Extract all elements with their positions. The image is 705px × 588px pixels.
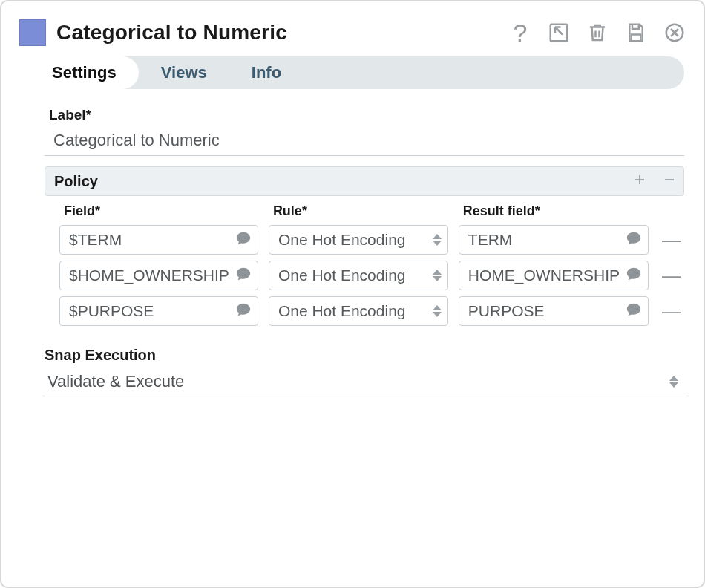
comment-icon[interactable] (626, 266, 642, 285)
policy-row-remove-0[interactable]: — (659, 229, 684, 252)
snap-execution-value: Validate & Execute (47, 372, 184, 391)
policy-result-input-2[interactable]: PURPOSE (459, 296, 649, 326)
snap-color-swatch (19, 19, 46, 46)
form-body: Label* Categorical to Numeric Policy Fie… (18, 89, 689, 396)
policy-rule-select-1[interactable]: One Hot Encoding (269, 261, 448, 290)
close-icon[interactable] (663, 22, 686, 44)
policy-field-value-1: $HOME_OWNERSHIP (69, 267, 229, 284)
export-icon[interactable] (548, 22, 570, 44)
help-icon[interactable]: ? (509, 22, 531, 44)
policy-result-value-2: PURPOSE (468, 302, 620, 320)
policy-grid: Field* Rule* Result field* $TERM One Hot… (45, 203, 684, 326)
comment-icon[interactable] (235, 266, 252, 285)
dialog: Categorical to Numeric ? Settings Views … (0, 0, 705, 588)
label-input-value: Categorical to Numeric (53, 131, 656, 150)
policy-rule-select-2[interactable]: One Hot Encoding (269, 296, 448, 326)
label-input[interactable]: Categorical to Numeric (45, 125, 684, 156)
policy-add-icon[interactable] (633, 173, 646, 189)
policy-rule-value-2: One Hot Encoding (278, 302, 419, 320)
policy-col-rule-label: Rule* (269, 203, 448, 219)
label-field-label: Label* (49, 107, 684, 123)
policy-section-title: Policy (54, 173, 98, 190)
policy-rule-select-0[interactable]: One Hot Encoding (269, 225, 448, 255)
chevron-updown-icon (433, 270, 442, 281)
comment-icon[interactable] (626, 230, 642, 249)
tab-info[interactable]: Info (229, 56, 304, 89)
policy-col-result-label: Result field* (459, 203, 649, 219)
chevron-updown-icon (433, 305, 442, 317)
trash-icon[interactable] (586, 22, 609, 44)
comment-icon[interactable] (626, 301, 642, 321)
policy-row-remove-1[interactable]: — (659, 264, 684, 287)
tab-bar: Settings Views Info (37, 56, 684, 89)
snap-execution-label: Snap Execution (45, 347, 684, 364)
chevron-updown-icon (669, 376, 678, 388)
policy-result-value-0: TERM (468, 231, 620, 249)
policy-section-header: Policy (45, 166, 684, 196)
comment-icon[interactable] (235, 230, 252, 249)
policy-row-remove-2[interactable]: — (659, 300, 684, 323)
policy-field-value-0: $TERM (69, 231, 229, 249)
policy-field-value-2: $PURPOSE (69, 302, 229, 320)
dialog-header: Categorical to Numeric ? (18, 15, 689, 56)
tab-settings[interactable]: Settings (33, 56, 139, 89)
policy-result-input-0[interactable]: TERM (459, 225, 649, 255)
dialog-title: Categorical to Numeric (56, 21, 287, 45)
policy-rule-value-1: One Hot Encoding (278, 267, 419, 284)
header-actions: ? (509, 22, 686, 44)
policy-remove-icon[interactable] (663, 173, 676, 189)
tab-views[interactable]: Views (139, 56, 229, 89)
policy-field-input-0[interactable]: $TERM (59, 225, 258, 255)
save-icon[interactable] (625, 22, 647, 44)
policy-rule-value-0: One Hot Encoding (278, 231, 419, 249)
policy-field-input-2[interactable]: $PURPOSE (59, 296, 258, 326)
comment-icon[interactable] (235, 301, 252, 321)
policy-field-input-1[interactable]: $HOME_OWNERSHIP (59, 261, 258, 290)
header-left: Categorical to Numeric (19, 19, 287, 46)
policy-col-field-label: Field* (59, 203, 258, 219)
policy-result-input-1[interactable]: HOME_OWNERSHIP (459, 261, 649, 290)
chevron-updown-icon (433, 234, 442, 246)
policy-result-value-1: HOME_OWNERSHIP (468, 267, 620, 284)
snap-execution-select[interactable]: Validate & Execute (43, 367, 684, 396)
